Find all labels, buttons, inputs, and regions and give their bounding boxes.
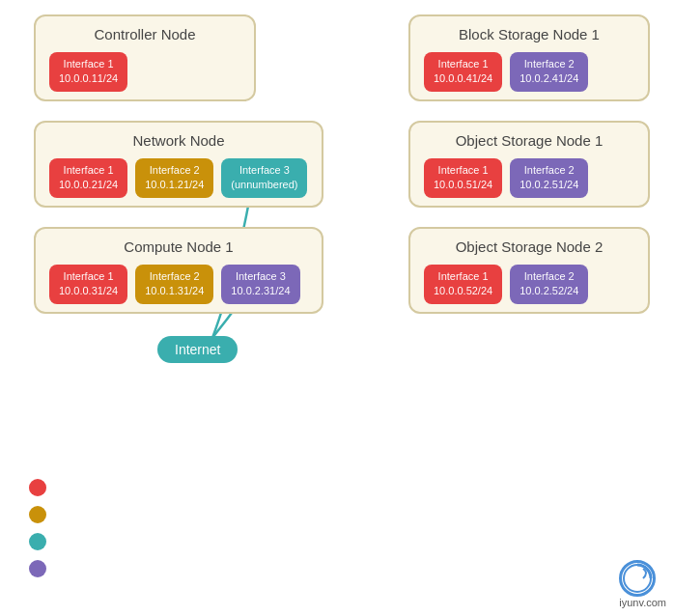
compute-node1-interfaces: Interface 110.0.0.31/24 Interface 210.0.… <box>49 265 308 304</box>
compute-node1-iface-1: Interface 110.0.0.31/24 <box>49 265 127 304</box>
watermark-site: iyunv.com <box>619 597 666 608</box>
network-node-iface-1: Interface 110.0.0.21/24 <box>49 158 127 198</box>
block-storage-node1-interfaces: Interface 110.0.0.41/24 Interface 210.0.… <box>424 52 634 92</box>
watermark: iyunv.com <box>619 560 666 608</box>
object-storage-node1: Object Storage Node 1 Interface 110.0.0.… <box>408 121 650 208</box>
block-storage-node1-iface-2: Interface 210.0.2.41/24 <box>510 52 588 92</box>
object-storage-node2-title: Object Storage Node 2 <box>424 238 634 255</box>
object-storage-node1-title: Object Storage Node 1 <box>424 132 634 149</box>
object-storage-node2-iface-2: Interface 210.0.2.52/24 <box>510 265 588 304</box>
legend-item-teal <box>29 533 56 550</box>
object-storage-node2-iface-1: Interface 110.0.0.52/24 <box>424 265 502 304</box>
object-storage-node2: Object Storage Node 2 Interface 110.0.0.… <box>408 227 650 314</box>
legend <box>29 479 56 587</box>
legend-dot-teal <box>29 533 46 550</box>
legend-dot-gold <box>29 506 46 523</box>
network-node-interfaces: Interface 110.0.0.21/24 Interface 210.0.… <box>49 158 308 198</box>
network-node-iface-3: Interface 3(unnumbered) <box>221 158 307 198</box>
block-storage-node1: Block Storage Node 1 Interface 110.0.0.4… <box>408 14 650 101</box>
object-storage-node1-iface-2: Interface 210.0.2.51/24 <box>510 158 588 198</box>
network-node-title: Network Node <box>49 132 308 149</box>
internet-bubble: Internet <box>157 336 238 363</box>
block-storage-node1-iface-1: Interface 110.0.0.41/24 <box>424 52 502 92</box>
legend-item-red <box>29 479 56 496</box>
controller-node-title: Controller Node <box>49 26 240 42</box>
block-storage-node1-title: Block Storage Node 1 <box>424 26 634 42</box>
legend-item-purple <box>29 560 56 577</box>
compute-node1: Compute Node 1 Interface 110.0.0.31/24 I… <box>34 227 323 314</box>
controller-iface-1: Interface 110.0.0.11/24 <box>49 52 127 92</box>
compute-node1-iface-2: Interface 210.0.1.31/24 <box>135 265 213 304</box>
diagram-area: Controller Node Interface 110.0.0.11/24 … <box>14 10 660 500</box>
object-storage-node2-interfaces: Interface 110.0.0.52/24 Interface 210.0.… <box>424 265 634 304</box>
compute-node1-title: Compute Node 1 <box>49 238 308 255</box>
watermark-logo <box>619 560 656 597</box>
network-node: Network Node Interface 110.0.0.21/24 Int… <box>34 121 323 208</box>
legend-dot-purple <box>29 560 46 577</box>
legend-item-gold <box>29 506 56 523</box>
controller-node: Controller Node Interface 110.0.0.11/24 <box>34 14 256 101</box>
legend-dot-red <box>29 479 46 496</box>
controller-interfaces: Interface 110.0.0.11/24 <box>49 52 240 92</box>
network-node-iface-2: Interface 210.0.1.21/24 <box>135 158 213 198</box>
object-storage-node1-interfaces: Interface 110.0.0.51/24 Interface 210.0.… <box>424 158 634 198</box>
compute-node1-iface-3: Interface 310.0.2.31/24 <box>221 265 299 304</box>
object-storage-node1-iface-1: Interface 110.0.0.51/24 <box>424 158 502 198</box>
